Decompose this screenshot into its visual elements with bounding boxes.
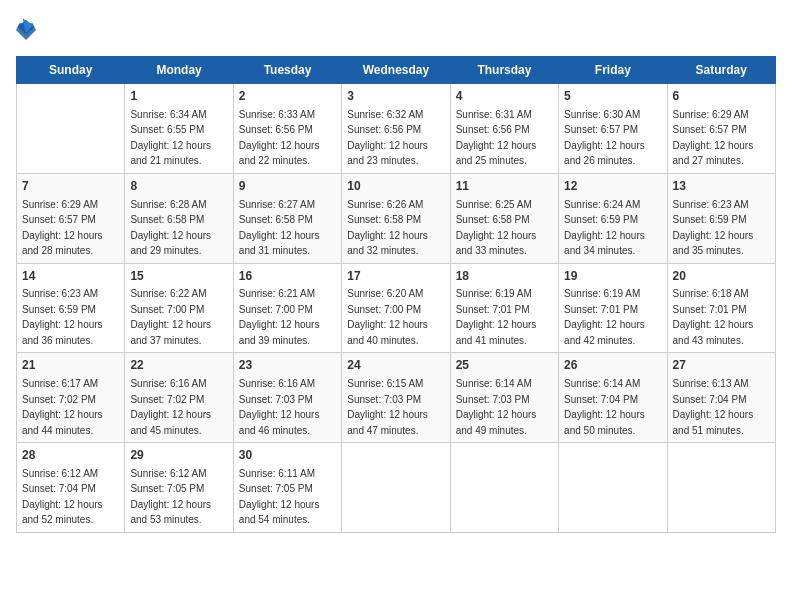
calendar-cell: 9Sunrise: 6:27 AM Sunset: 6:58 PM Daylig… [233, 173, 341, 263]
day-number: 2 [239, 88, 336, 105]
calendar-table: SundayMondayTuesdayWednesdayThursdayFrid… [16, 56, 776, 533]
day-info: Sunrise: 6:23 AM Sunset: 6:59 PM Dayligh… [673, 199, 754, 257]
day-info: Sunrise: 6:32 AM Sunset: 6:56 PM Dayligh… [347, 109, 428, 167]
calendar-cell: 7Sunrise: 6:29 AM Sunset: 6:57 PM Daylig… [17, 173, 125, 263]
day-number: 6 [673, 88, 770, 105]
day-number: 18 [456, 268, 553, 285]
calendar-cell: 6Sunrise: 6:29 AM Sunset: 6:57 PM Daylig… [667, 84, 775, 174]
calendar-cell: 26Sunrise: 6:14 AM Sunset: 7:04 PM Dayli… [559, 353, 667, 443]
calendar-week-row: 1Sunrise: 6:34 AM Sunset: 6:55 PM Daylig… [17, 84, 776, 174]
calendar-week-row: 14Sunrise: 6:23 AM Sunset: 6:59 PM Dayli… [17, 263, 776, 353]
calendar-cell: 16Sunrise: 6:21 AM Sunset: 7:00 PM Dayli… [233, 263, 341, 353]
calendar-week-row: 28Sunrise: 6:12 AM Sunset: 7:04 PM Dayli… [17, 443, 776, 533]
day-info: Sunrise: 6:15 AM Sunset: 7:03 PM Dayligh… [347, 378, 428, 436]
calendar-cell: 29Sunrise: 6:12 AM Sunset: 7:05 PM Dayli… [125, 443, 233, 533]
calendar-cell: 19Sunrise: 6:19 AM Sunset: 7:01 PM Dayli… [559, 263, 667, 353]
calendar-week-row: 7Sunrise: 6:29 AM Sunset: 6:57 PM Daylig… [17, 173, 776, 263]
day-info: Sunrise: 6:12 AM Sunset: 7:04 PM Dayligh… [22, 468, 103, 526]
day-info: Sunrise: 6:11 AM Sunset: 7:05 PM Dayligh… [239, 468, 320, 526]
day-number: 14 [22, 268, 119, 285]
logo [16, 16, 40, 44]
day-number: 16 [239, 268, 336, 285]
day-number: 4 [456, 88, 553, 105]
day-info: Sunrise: 6:19 AM Sunset: 7:01 PM Dayligh… [564, 288, 645, 346]
day-info: Sunrise: 6:14 AM Sunset: 7:03 PM Dayligh… [456, 378, 537, 436]
calendar-cell: 18Sunrise: 6:19 AM Sunset: 7:01 PM Dayli… [450, 263, 558, 353]
day-number: 27 [673, 357, 770, 374]
day-number: 24 [347, 357, 444, 374]
calendar-week-row: 21Sunrise: 6:17 AM Sunset: 7:02 PM Dayli… [17, 353, 776, 443]
calendar-cell: 17Sunrise: 6:20 AM Sunset: 7:00 PM Dayli… [342, 263, 450, 353]
calendar-header-row: SundayMondayTuesdayWednesdayThursdayFrid… [17, 57, 776, 84]
calendar-cell: 3Sunrise: 6:32 AM Sunset: 6:56 PM Daylig… [342, 84, 450, 174]
day-info: Sunrise: 6:33 AM Sunset: 6:56 PM Dayligh… [239, 109, 320, 167]
day-info: Sunrise: 6:20 AM Sunset: 7:00 PM Dayligh… [347, 288, 428, 346]
calendar-cell [17, 84, 125, 174]
day-number: 17 [347, 268, 444, 285]
day-number: 7 [22, 178, 119, 195]
day-number: 23 [239, 357, 336, 374]
day-info: Sunrise: 6:16 AM Sunset: 7:03 PM Dayligh… [239, 378, 320, 436]
calendar-cell: 13Sunrise: 6:23 AM Sunset: 6:59 PM Dayli… [667, 173, 775, 263]
col-header-thursday: Thursday [450, 57, 558, 84]
day-info: Sunrise: 6:29 AM Sunset: 6:57 PM Dayligh… [22, 199, 103, 257]
calendar-cell: 28Sunrise: 6:12 AM Sunset: 7:04 PM Dayli… [17, 443, 125, 533]
day-info: Sunrise: 6:30 AM Sunset: 6:57 PM Dayligh… [564, 109, 645, 167]
day-info: Sunrise: 6:31 AM Sunset: 6:56 PM Dayligh… [456, 109, 537, 167]
calendar-cell: 5Sunrise: 6:30 AM Sunset: 6:57 PM Daylig… [559, 84, 667, 174]
day-number: 9 [239, 178, 336, 195]
calendar-cell: 15Sunrise: 6:22 AM Sunset: 7:00 PM Dayli… [125, 263, 233, 353]
day-number: 11 [456, 178, 553, 195]
day-info: Sunrise: 6:23 AM Sunset: 6:59 PM Dayligh… [22, 288, 103, 346]
calendar-cell: 11Sunrise: 6:25 AM Sunset: 6:58 PM Dayli… [450, 173, 558, 263]
calendar-cell: 21Sunrise: 6:17 AM Sunset: 7:02 PM Dayli… [17, 353, 125, 443]
calendar-cell [450, 443, 558, 533]
day-number: 26 [564, 357, 661, 374]
day-info: Sunrise: 6:13 AM Sunset: 7:04 PM Dayligh… [673, 378, 754, 436]
calendar-cell: 24Sunrise: 6:15 AM Sunset: 7:03 PM Dayli… [342, 353, 450, 443]
day-info: Sunrise: 6:26 AM Sunset: 6:58 PM Dayligh… [347, 199, 428, 257]
day-number: 20 [673, 268, 770, 285]
day-number: 12 [564, 178, 661, 195]
day-number: 22 [130, 357, 227, 374]
day-info: Sunrise: 6:18 AM Sunset: 7:01 PM Dayligh… [673, 288, 754, 346]
day-info: Sunrise: 6:25 AM Sunset: 6:58 PM Dayligh… [456, 199, 537, 257]
calendar-cell: 23Sunrise: 6:16 AM Sunset: 7:03 PM Dayli… [233, 353, 341, 443]
day-info: Sunrise: 6:34 AM Sunset: 6:55 PM Dayligh… [130, 109, 211, 167]
day-info: Sunrise: 6:17 AM Sunset: 7:02 PM Dayligh… [22, 378, 103, 436]
calendar-cell: 25Sunrise: 6:14 AM Sunset: 7:03 PM Dayli… [450, 353, 558, 443]
calendar-cell: 8Sunrise: 6:28 AM Sunset: 6:58 PM Daylig… [125, 173, 233, 263]
day-info: Sunrise: 6:21 AM Sunset: 7:00 PM Dayligh… [239, 288, 320, 346]
col-header-monday: Monday [125, 57, 233, 84]
calendar-cell: 12Sunrise: 6:24 AM Sunset: 6:59 PM Dayli… [559, 173, 667, 263]
calendar-cell: 1Sunrise: 6:34 AM Sunset: 6:55 PM Daylig… [125, 84, 233, 174]
day-info: Sunrise: 6:29 AM Sunset: 6:57 PM Dayligh… [673, 109, 754, 167]
calendar-cell: 4Sunrise: 6:31 AM Sunset: 6:56 PM Daylig… [450, 84, 558, 174]
day-info: Sunrise: 6:27 AM Sunset: 6:58 PM Dayligh… [239, 199, 320, 257]
calendar-cell: 2Sunrise: 6:33 AM Sunset: 6:56 PM Daylig… [233, 84, 341, 174]
day-number: 15 [130, 268, 227, 285]
col-header-friday: Friday [559, 57, 667, 84]
calendar-cell: 20Sunrise: 6:18 AM Sunset: 7:01 PM Dayli… [667, 263, 775, 353]
day-info: Sunrise: 6:12 AM Sunset: 7:05 PM Dayligh… [130, 468, 211, 526]
day-info: Sunrise: 6:28 AM Sunset: 6:58 PM Dayligh… [130, 199, 211, 257]
day-number: 10 [347, 178, 444, 195]
calendar-cell [342, 443, 450, 533]
day-number: 13 [673, 178, 770, 195]
col-header-sunday: Sunday [17, 57, 125, 84]
col-header-tuesday: Tuesday [233, 57, 341, 84]
calendar-cell: 10Sunrise: 6:26 AM Sunset: 6:58 PM Dayli… [342, 173, 450, 263]
header [16, 16, 776, 44]
day-number: 1 [130, 88, 227, 105]
day-number: 5 [564, 88, 661, 105]
col-header-saturday: Saturday [667, 57, 775, 84]
calendar-cell [559, 443, 667, 533]
day-number: 8 [130, 178, 227, 195]
day-info: Sunrise: 6:24 AM Sunset: 6:59 PM Dayligh… [564, 199, 645, 257]
day-number: 25 [456, 357, 553, 374]
day-info: Sunrise: 6:14 AM Sunset: 7:04 PM Dayligh… [564, 378, 645, 436]
day-info: Sunrise: 6:16 AM Sunset: 7:02 PM Dayligh… [130, 378, 211, 436]
day-number: 3 [347, 88, 444, 105]
calendar-cell [667, 443, 775, 533]
day-number: 21 [22, 357, 119, 374]
